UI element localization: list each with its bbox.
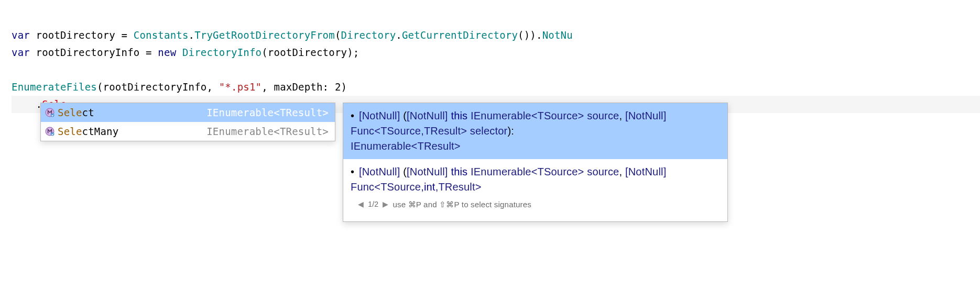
signature-count: 1/2 (368, 197, 378, 212)
bullet-icon: • (351, 166, 354, 177)
code-line-1: var rootDirectory = Constants.TryGetRoot… (12, 29, 573, 41)
method-call: TryGetRootDirectoryFrom (194, 29, 335, 41)
attribute: [NotNull] (625, 110, 667, 121)
type: Func<TSource, (351, 181, 424, 193)
attribute: [NotNull] (625, 166, 667, 177)
next-signature-arrow[interactable]: ▶ (383, 197, 388, 212)
attribute: [NotNull] (359, 166, 400, 177)
keyword: var (12, 47, 30, 58)
signature-overload-2[interactable]: • [NotNull] ([NotNull] this IEnumerable<… (343, 159, 727, 221)
class-ref: Constants (134, 29, 189, 41)
completion-item-selectmany[interactable]: SelectMany IEnumerable<TResult> (41, 122, 335, 141)
class-ref: Directory (341, 29, 396, 41)
type: ,TResult> (435, 181, 482, 193)
signature-footer: ◀ 1/2 ▶ use ⌘P and ⇧⌘P to select signatu… (351, 195, 720, 216)
completion-item-select[interactable]: Select IEnumerable<TResult> (41, 103, 335, 122)
attribute: [NotNull] (407, 110, 448, 121)
param-name: selector (470, 125, 508, 137)
param-name: source (587, 166, 619, 177)
code-line-2: var rootDirectoryInfo = new DirectoryInf… (12, 47, 359, 58)
method-call: EnumerateFiles (12, 81, 97, 93)
completion-return-type: IEnumerable<TResult> (206, 107, 329, 118)
attribute: [NotNull] (359, 110, 400, 121)
code-editor[interactable]: var rootDirectory = Constants.TryGetRoot… (0, 0, 980, 113)
keyword: var (12, 29, 30, 41)
type: IEnumerable<TSource> (471, 166, 584, 177)
signature-help-popup[interactable]: • [NotNull] ([NotNull] this IEnumerable<… (343, 103, 728, 222)
type: Func<TSource,TResult> (351, 125, 467, 137)
method-icon (45, 108, 55, 117)
variable: rootDirectoryInfo (36, 47, 140, 58)
completion-label: Select (58, 107, 94, 118)
completion-label: SelectMany (58, 126, 118, 137)
completion-popup[interactable]: Select IEnumerable<TResult> SelectMany I… (40, 103, 335, 141)
method-call: NotNu (542, 29, 573, 41)
return-type: IEnumerable<TResult> (351, 140, 461, 152)
type: IEnumerable<TSource> (471, 110, 584, 121)
method-call: GetCurrentDirectory (402, 29, 518, 41)
keyword: new (158, 47, 176, 58)
keyword: this (451, 110, 467, 121)
string-literal: "*.ps1" (219, 81, 262, 93)
code-line-4: EnumerateFiles(rootDirectoryInfo, "*.ps1… (12, 81, 347, 93)
signature-overload-1[interactable]: • [NotNull] ([NotNull] this IEnumerable<… (343, 103, 727, 159)
prev-signature-arrow[interactable]: ◀ (358, 197, 364, 212)
bullet-icon: • (351, 110, 354, 121)
method-icon (45, 127, 55, 136)
keyword: this (451, 166, 467, 177)
attribute: [NotNull] (407, 166, 448, 177)
param-name: source (587, 110, 619, 121)
signature-hint: use ⌘P and ⇧⌘P to select signatures (393, 197, 531, 212)
variable: rootDirectory (36, 29, 115, 41)
type: int (424, 181, 435, 193)
class-ref: DirectoryInfo (182, 47, 262, 58)
completion-return-type: IEnumerable<TResult> (206, 126, 329, 137)
